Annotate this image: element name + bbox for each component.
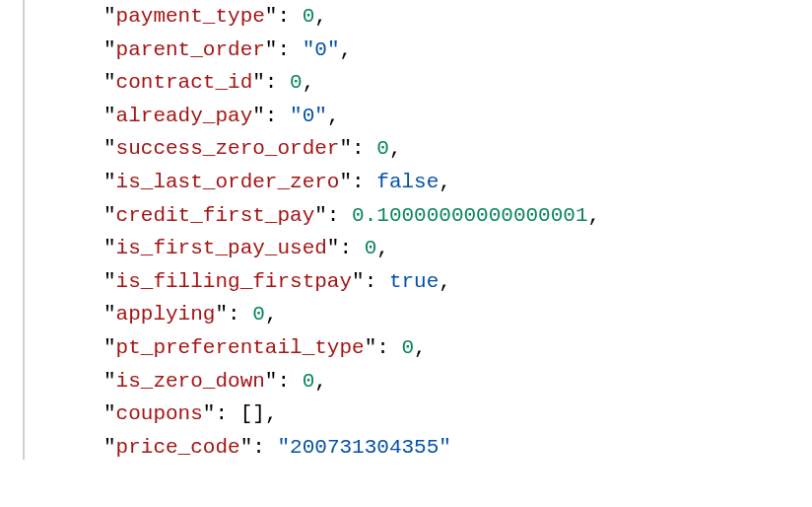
quote: " xyxy=(103,237,116,259)
json-value-string: 0 xyxy=(303,105,315,127)
quote: " xyxy=(352,270,365,293)
quote: " xyxy=(103,171,116,193)
quote: " xyxy=(103,5,116,28)
json-value-number: 0 xyxy=(303,5,315,28)
json-key: price_code xyxy=(116,436,240,459)
colon: : xyxy=(228,303,252,326)
comma: , xyxy=(414,336,427,359)
json-line: "price_code": "200731304355" xyxy=(103,431,812,465)
comma: , xyxy=(327,105,340,127)
colon: : xyxy=(352,137,376,160)
quote: " xyxy=(327,237,340,259)
colon: : xyxy=(277,5,302,28)
json-value-number: 0 xyxy=(401,336,414,359)
comma: , xyxy=(314,370,327,393)
colon: : xyxy=(376,336,401,359)
json-key: pt_preferentail_type xyxy=(116,336,365,359)
json-value-number: 0 xyxy=(376,137,389,160)
quote: " xyxy=(339,171,352,193)
json-value-number: 0 xyxy=(290,71,303,94)
json-key: credit_first_pay xyxy=(116,204,315,227)
colon: : xyxy=(339,237,364,259)
json-value-string: 200731304355 xyxy=(290,436,439,459)
json-body: "payment_type": 0,"parent_order": "0","c… xyxy=(25,0,812,464)
json-line: "is_zero_down": 0, xyxy=(103,365,812,398)
colon: : xyxy=(265,71,290,94)
json-key: already_pay xyxy=(116,105,253,127)
json-key: coupons xyxy=(116,402,203,425)
quote: " xyxy=(265,38,278,61)
string-quote: " xyxy=(277,436,290,459)
quote: " xyxy=(240,436,253,459)
quote: " xyxy=(103,303,116,326)
quote: " xyxy=(365,336,377,359)
string-quote: " xyxy=(327,38,340,61)
quote: " xyxy=(103,336,116,359)
quote: " xyxy=(103,137,116,160)
json-value-number: 0 xyxy=(303,370,315,393)
comma: , xyxy=(303,71,315,94)
quote: " xyxy=(252,71,265,94)
quote: " xyxy=(103,105,116,127)
json-key: is_last_order_zero xyxy=(116,171,340,193)
string-quote: " xyxy=(290,105,303,127)
quote: " xyxy=(103,204,116,227)
indent-guide xyxy=(23,0,25,460)
json-snippet: "payment_type": 0,"parent_order": "0","c… xyxy=(0,0,812,473)
quote: " xyxy=(103,370,116,393)
quote: " xyxy=(103,38,116,61)
json-line: "already_pay": "0", xyxy=(103,100,812,133)
comma: , xyxy=(340,38,353,61)
comma: , xyxy=(439,171,451,193)
comma: , xyxy=(588,204,601,227)
quote: " xyxy=(215,303,228,326)
quote: " xyxy=(252,105,265,127)
json-line: "applying": 0, xyxy=(103,298,812,331)
json-value-bool: false xyxy=(376,171,439,193)
quote: " xyxy=(203,402,216,425)
json-key: is_zero_down xyxy=(116,370,265,393)
colon: : xyxy=(365,270,389,293)
json-line: "parent_order": "0", xyxy=(103,34,812,67)
json-line: "is_first_pay_used": 0, xyxy=(103,232,812,265)
colon: : xyxy=(265,105,290,127)
json-line: "success_zero_order": 0, xyxy=(103,132,812,166)
json-key: parent_order xyxy=(116,38,265,61)
quote: " xyxy=(339,137,352,160)
string-quote: " xyxy=(439,436,451,459)
colon: : xyxy=(277,38,302,61)
quote: " xyxy=(314,204,327,227)
json-line: "is_last_order_zero": false, xyxy=(103,166,812,199)
quote: " xyxy=(103,436,116,459)
colon: : xyxy=(215,402,239,425)
json-line: "is_filling_firstpay": true, xyxy=(103,265,812,299)
colon: : xyxy=(327,204,352,227)
json-value-number: 0.10000000000000001 xyxy=(352,204,587,227)
json-key: payment_type xyxy=(116,5,265,28)
quote: " xyxy=(265,5,278,28)
quote: " xyxy=(103,402,116,425)
json-value-array: [] xyxy=(240,402,265,425)
comma: , xyxy=(439,270,451,293)
json-key: is_first_pay_used xyxy=(116,237,327,259)
json-key: applying xyxy=(116,303,216,326)
comma: , xyxy=(265,303,278,326)
colon: : xyxy=(252,436,277,459)
quote: " xyxy=(103,71,116,94)
json-value-number: 0 xyxy=(252,303,265,326)
colon: : xyxy=(352,171,376,193)
json-value-bool: true xyxy=(389,270,439,293)
json-line: "credit_first_pay": 0.10000000000000001, xyxy=(103,199,812,233)
json-key: success_zero_order xyxy=(116,137,340,160)
json-line: "coupons": [], xyxy=(103,398,812,431)
json-value-number: 0 xyxy=(365,237,377,259)
json-value-string: 0 xyxy=(314,38,327,61)
json-line: "contract_id": 0, xyxy=(103,66,812,100)
comma: , xyxy=(314,5,327,28)
comma: , xyxy=(265,402,278,425)
json-key: is_filling_firstpay xyxy=(116,270,352,293)
quote: " xyxy=(103,270,116,293)
comma: , xyxy=(376,237,389,259)
string-quote: " xyxy=(314,105,327,127)
comma: , xyxy=(389,137,402,160)
